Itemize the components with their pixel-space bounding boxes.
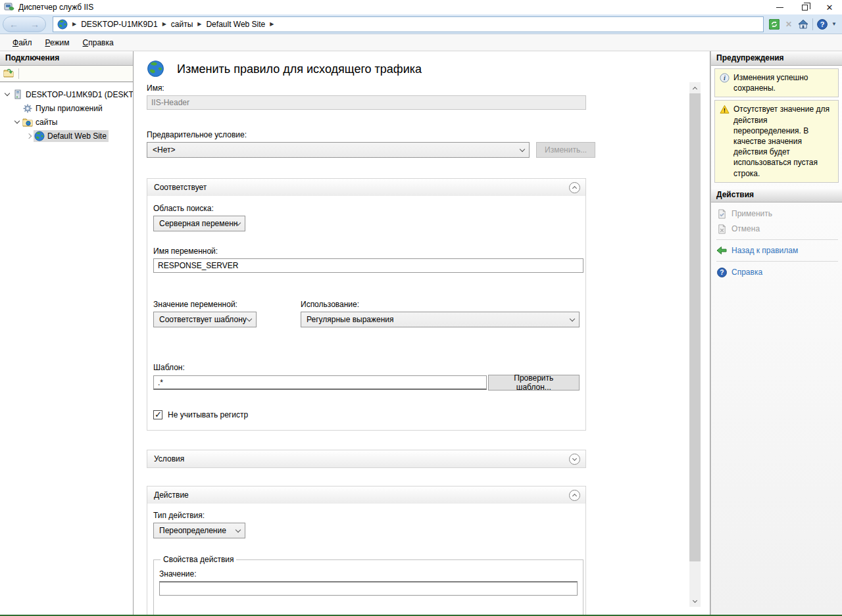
- breadcrumb-arrow-icon: ▶: [197, 21, 201, 27]
- save-connections-icon[interactable]: [3, 68, 14, 79]
- expander-right-icon[interactable]: [24, 134, 34, 138]
- breadcrumb-item-default-web-site[interactable]: Default Web Site: [206, 20, 265, 29]
- navigation-buttons: ← →: [3, 16, 46, 32]
- precondition-label: Предварительное условие:: [147, 130, 601, 139]
- connections-panel: Подключения DESKTOP-U1MK9D1 (DESKTOI: [0, 51, 134, 615]
- section-title: Соответствует: [154, 183, 569, 192]
- iis-manager-window: Диспетчер служб IIS ✕ ← → ▶ DESKTOP-U1MK…: [0, 0, 842, 616]
- apply-action: Применить: [716, 207, 838, 221]
- breadcrumb-arrow-icon: ▶: [270, 21, 274, 27]
- actions-separator: [716, 261, 838, 262]
- warning-icon: [719, 104, 730, 114]
- using-label: Использование:: [301, 300, 580, 309]
- breadcrumb[interactable]: ▶ DESKTOP-U1MK9D1 ▶ сайты ▶ Default Web …: [53, 16, 764, 32]
- variable-name-input[interactable]: [153, 258, 583, 273]
- alert-text: Изменения успешно сохранены.: [733, 72, 834, 93]
- variable-value-select[interactable]: Соответствует шаблону: [153, 312, 257, 327]
- ignore-case-checkbox[interactable]: [153, 410, 162, 419]
- value-input[interactable]: [159, 581, 578, 596]
- scope-label: Область поиска:: [153, 204, 580, 213]
- alert-warning: Отсутствует значение для действия переоп…: [714, 100, 839, 182]
- tree-item-label: Пулы приложений: [36, 104, 103, 113]
- connections-tree: DESKTOP-U1MK9D1 (DESKTOI Пулы приложений: [0, 82, 133, 143]
- close-icon: ✕: [826, 3, 833, 12]
- actions-list: Применить Отмена Назад к правилам: [711, 202, 842, 281]
- main-panel: Изменить правило для исходящего трафика …: [134, 51, 710, 615]
- menu-file[interactable]: Файл: [7, 36, 38, 49]
- globe-icon: [57, 19, 68, 30]
- scroll-down-icon[interactable]: [689, 596, 701, 607]
- action-type-select[interactable]: Переопределение: [153, 523, 245, 538]
- restore-button[interactable]: [792, 0, 817, 14]
- breadcrumb-arrow-icon: ▶: [72, 21, 76, 27]
- connections-header: Подключения: [0, 51, 133, 66]
- chevron-down-icon: [570, 316, 575, 321]
- close-button[interactable]: ✕: [817, 0, 842, 14]
- group-legend: Свойства действия: [161, 555, 236, 564]
- forward-button[interactable]: →: [30, 20, 39, 29]
- action-type-label: Тип действия:: [153, 511, 580, 520]
- menu-help[interactable]: Справка: [77, 36, 120, 49]
- app-icon: [4, 2, 14, 12]
- cancel-icon: [716, 224, 727, 234]
- expand-icon[interactable]: [569, 454, 580, 465]
- home-icon[interactable]: [798, 19, 808, 30]
- window-title: Диспетчер служб IIS: [18, 3, 93, 12]
- tree-item-label: Default Web Site: [47, 131, 107, 141]
- tree-item-label: сайты: [36, 118, 58, 127]
- breadcrumb-item-server[interactable]: DESKTOP-U1MK9D1: [81, 20, 157, 29]
- alert-info: i Изменения успешно сохранены.: [714, 68, 839, 97]
- back-button[interactable]: ←: [9, 20, 18, 29]
- help-circle-icon: ?: [716, 267, 727, 277]
- actions-separator: [716, 239, 838, 240]
- collapse-icon[interactable]: [569, 490, 580, 501]
- back-arrow-icon: [716, 245, 727, 256]
- variable-name-label: Имя переменной:: [153, 247, 580, 256]
- variable-value-label: Значение переменной:: [153, 300, 301, 309]
- svg-text:?: ?: [720, 269, 724, 276]
- tree-item-sites[interactable]: сайты: [0, 115, 133, 129]
- expander-down-icon[interactable]: [2, 93, 12, 95]
- scroll-up-icon[interactable]: [689, 82, 701, 93]
- precondition-select[interactable]: <Нет>: [147, 142, 530, 158]
- scrollbar-thumb[interactable]: [689, 93, 701, 561]
- minimize-button[interactable]: [767, 0, 792, 14]
- pattern-label: Шаблон:: [153, 363, 580, 372]
- back-to-rules-action[interactable]: Назад к правилам: [716, 244, 838, 258]
- expander-down-icon[interactable]: [12, 121, 22, 123]
- site-globe-icon: [34, 131, 45, 141]
- action-section-header[interactable]: Действие: [147, 486, 585, 504]
- svg-text:i: i: [724, 74, 726, 82]
- match-section-header[interactable]: Соответствует: [147, 179, 585, 196]
- conditions-section: Условия: [147, 450, 586, 468]
- match-section: Соответствует Область поиска: Серверная …: [147, 178, 586, 431]
- chevron-down-icon: [520, 147, 525, 152]
- page-title: Изменить правило для исходящего трафика: [177, 62, 422, 76]
- scope-select[interactable]: Серверная переменн: [153, 216, 245, 231]
- pattern-input[interactable]: [153, 375, 487, 390]
- breadcrumb-arrow-icon: ▶: [162, 21, 166, 27]
- toolbar-separator: [812, 18, 813, 30]
- edit-precondition-button: Изменить...: [536, 142, 595, 158]
- minimize-icon: [776, 7, 783, 8]
- tree-item-server[interactable]: DESKTOP-U1MK9D1 (DESKTOI: [0, 87, 133, 101]
- breadcrumb-item-sites[interactable]: сайты: [171, 20, 193, 29]
- test-pattern-button[interactable]: Проверить шаблон...: [488, 375, 580, 391]
- main-scrollbar[interactable]: [689, 82, 701, 607]
- using-select[interactable]: Регулярные выражения: [301, 312, 580, 327]
- section-title: Условия: [154, 454, 569, 463]
- collapse-icon[interactable]: [569, 182, 580, 193]
- action-section: Действие Тип действия: Переопределение С…: [147, 486, 586, 616]
- help-action[interactable]: ? Справка: [716, 266, 838, 279]
- refresh-icon[interactable]: [769, 19, 780, 30]
- menu-view[interactable]: Режим: [39, 36, 76, 49]
- help-icon[interactable]: ?: [817, 19, 828, 30]
- toolbar-separator: [18, 68, 19, 79]
- tree-item-default-web-site[interactable]: Default Web Site: [0, 129, 133, 143]
- tree-item-app-pools[interactable]: Пулы приложений: [0, 101, 133, 115]
- help-dropdown-icon[interactable]: ▼: [831, 21, 837, 27]
- alerts-header: Предупреждения: [711, 51, 842, 66]
- menu-bar: Файл Режим Справка: [0, 34, 842, 51]
- application-pools-icon: [22, 103, 33, 114]
- conditions-section-header[interactable]: Условия: [147, 450, 585, 467]
